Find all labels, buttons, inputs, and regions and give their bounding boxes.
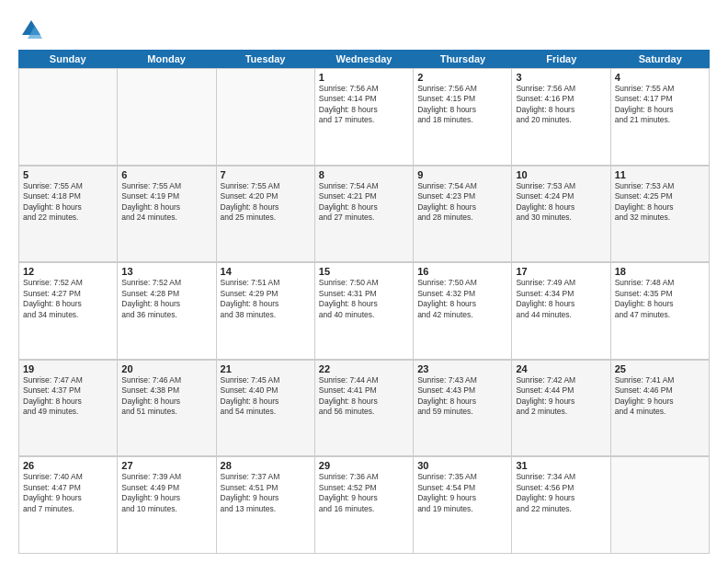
calendar-day-29: 29Sunrise: 7:36 AM Sunset: 4:52 PM Dayli…	[315, 457, 414, 554]
calendar-day-6: 6Sunrise: 7:55 AM Sunset: 4:19 PM Daylig…	[118, 167, 216, 263]
weekday-header-sunday: Sunday	[18, 50, 117, 68]
page: SundayMondayTuesdayWednesdayThursdayFrid…	[0, 0, 728, 563]
calendar-day-30: 30Sunrise: 7:35 AM Sunset: 4:54 PM Dayli…	[414, 457, 512, 554]
calendar-day-3: 3Sunrise: 7:56 AM Sunset: 4:16 PM Daylig…	[512, 69, 610, 166]
calendar-week-3: 12Sunrise: 7:52 AM Sunset: 4:27 PM Dayli…	[18, 262, 710, 360]
calendar-day-16: 16Sunrise: 7:50 AM Sunset: 4:32 PM Dayli…	[414, 263, 512, 360]
calendar-day-23: 23Sunrise: 7:43 AM Sunset: 4:43 PM Dayli…	[414, 361, 512, 457]
day-number: 31	[516, 460, 606, 471]
day-info: Sunrise: 7:34 AM Sunset: 4:56 PM Dayligh…	[516, 472, 606, 514]
day-info: Sunrise: 7:52 AM Sunset: 4:27 PM Dayligh…	[23, 278, 113, 320]
day-info: Sunrise: 7:36 AM Sunset: 4:52 PM Dayligh…	[319, 472, 409, 514]
day-info: Sunrise: 7:39 AM Sunset: 4:49 PM Dayligh…	[121, 472, 211, 514]
day-number: 4	[615, 72, 705, 83]
day-info: Sunrise: 7:51 AM Sunset: 4:29 PM Dayligh…	[221, 278, 311, 320]
calendar-day-15: 15Sunrise: 7:50 AM Sunset: 4:31 PM Dayli…	[315, 263, 414, 360]
calendar-day-19: 19Sunrise: 7:47 AM Sunset: 4:37 PM Dayli…	[19, 361, 118, 457]
day-info: Sunrise: 7:54 AM Sunset: 4:21 PM Dayligh…	[319, 181, 409, 224]
day-info: Sunrise: 7:53 AM Sunset: 4:25 PM Dayligh…	[615, 181, 705, 224]
day-info: Sunrise: 7:47 AM Sunset: 4:37 PM Dayligh…	[23, 375, 113, 418]
day-number: 14	[221, 266, 311, 277]
calendar-day-14: 14Sunrise: 7:51 AM Sunset: 4:29 PM Dayli…	[217, 263, 315, 360]
day-number: 24	[516, 363, 606, 374]
day-number: 26	[23, 460, 113, 471]
calendar-day-27: 27Sunrise: 7:39 AM Sunset: 4:49 PM Dayli…	[118, 457, 216, 554]
calendar-day-2: 2Sunrise: 7:56 AM Sunset: 4:15 PM Daylig…	[414, 69, 512, 166]
day-number: 19	[23, 363, 113, 374]
calendar-day-13: 13Sunrise: 7:52 AM Sunset: 4:28 PM Dayli…	[118, 263, 216, 360]
calendar-header: SundayMondayTuesdayWednesdayThursdayFrid…	[18, 50, 710, 68]
calendar-day-7: 7Sunrise: 7:55 AM Sunset: 4:20 PM Daylig…	[217, 167, 315, 263]
calendar-empty-cell	[611, 457, 710, 554]
day-number: 27	[121, 460, 211, 471]
day-info: Sunrise: 7:41 AM Sunset: 4:46 PM Dayligh…	[615, 375, 705, 418]
calendar-day-18: 18Sunrise: 7:48 AM Sunset: 4:35 PM Dayli…	[611, 263, 710, 360]
day-number: 11	[615, 169, 705, 180]
day-number: 22	[319, 363, 409, 374]
calendar-week-2: 5Sunrise: 7:55 AM Sunset: 4:18 PM Daylig…	[18, 166, 710, 263]
day-number: 8	[319, 169, 409, 180]
calendar-day-11: 11Sunrise: 7:53 AM Sunset: 4:25 PM Dayli…	[611, 167, 710, 263]
day-info: Sunrise: 7:37 AM Sunset: 4:51 PM Dayligh…	[221, 472, 311, 514]
day-info: Sunrise: 7:43 AM Sunset: 4:43 PM Dayligh…	[417, 375, 507, 418]
day-number: 18	[615, 266, 705, 277]
day-info: Sunrise: 7:50 AM Sunset: 4:32 PM Dayligh…	[417, 278, 507, 320]
day-info: Sunrise: 7:50 AM Sunset: 4:31 PM Dayligh…	[319, 278, 409, 320]
day-info: Sunrise: 7:55 AM Sunset: 4:18 PM Dayligh…	[23, 181, 113, 224]
day-number: 9	[417, 169, 507, 180]
day-info: Sunrise: 7:45 AM Sunset: 4:40 PM Dayligh…	[221, 375, 311, 418]
calendar-empty-cell	[217, 69, 315, 166]
day-number: 5	[23, 169, 113, 180]
calendar-day-20: 20Sunrise: 7:46 AM Sunset: 4:38 PM Dayli…	[118, 361, 216, 457]
calendar-body: 1Sunrise: 7:56 AM Sunset: 4:14 PM Daylig…	[18, 68, 710, 554]
calendar-empty-cell	[118, 69, 216, 166]
day-info: Sunrise: 7:55 AM Sunset: 4:19 PM Dayligh…	[121, 181, 211, 224]
day-number: 20	[121, 363, 211, 374]
day-number: 17	[516, 266, 606, 277]
day-info: Sunrise: 7:44 AM Sunset: 4:41 PM Dayligh…	[319, 375, 409, 418]
day-number: 25	[615, 363, 705, 374]
day-info: Sunrise: 7:54 AM Sunset: 4:23 PM Dayligh…	[417, 181, 507, 224]
calendar-day-31: 31Sunrise: 7:34 AM Sunset: 4:56 PM Dayli…	[512, 457, 610, 554]
day-info: Sunrise: 7:48 AM Sunset: 4:35 PM Dayligh…	[615, 278, 705, 320]
calendar-day-25: 25Sunrise: 7:41 AM Sunset: 4:46 PM Dayli…	[611, 361, 710, 457]
day-info: Sunrise: 7:56 AM Sunset: 4:16 PM Dayligh…	[516, 84, 606, 126]
weekday-header-friday: Friday	[512, 50, 610, 68]
day-info: Sunrise: 7:56 AM Sunset: 4:15 PM Dayligh…	[417, 84, 507, 126]
calendar-day-26: 26Sunrise: 7:40 AM Sunset: 4:47 PM Dayli…	[19, 457, 118, 554]
calendar: SundayMondayTuesdayWednesdayThursdayFrid…	[18, 50, 710, 554]
logo-icon	[18, 17, 44, 42]
calendar-week-5: 26Sunrise: 7:40 AM Sunset: 4:47 PM Dayli…	[18, 456, 710, 554]
day-number: 21	[221, 363, 311, 374]
day-info: Sunrise: 7:40 AM Sunset: 4:47 PM Dayligh…	[23, 472, 113, 514]
calendar-day-5: 5Sunrise: 7:55 AM Sunset: 4:18 PM Daylig…	[19, 167, 118, 263]
day-number: 29	[319, 460, 409, 471]
day-info: Sunrise: 7:49 AM Sunset: 4:34 PM Dayligh…	[516, 278, 606, 320]
day-number: 1	[319, 72, 409, 83]
day-number: 2	[417, 72, 507, 83]
day-info: Sunrise: 7:56 AM Sunset: 4:14 PM Dayligh…	[319, 84, 409, 126]
header	[18, 17, 710, 42]
day-number: 6	[121, 169, 211, 180]
day-number: 10	[516, 169, 606, 180]
calendar-day-8: 8Sunrise: 7:54 AM Sunset: 4:21 PM Daylig…	[315, 167, 414, 263]
day-number: 16	[417, 266, 507, 277]
calendar-day-9: 9Sunrise: 7:54 AM Sunset: 4:23 PM Daylig…	[414, 167, 512, 263]
weekday-header-saturday: Saturday	[611, 50, 710, 68]
calendar-day-21: 21Sunrise: 7:45 AM Sunset: 4:40 PM Dayli…	[217, 361, 315, 457]
day-info: Sunrise: 7:42 AM Sunset: 4:44 PM Dayligh…	[516, 375, 606, 418]
calendar-day-17: 17Sunrise: 7:49 AM Sunset: 4:34 PM Dayli…	[512, 263, 610, 360]
calendar-week-1: 1Sunrise: 7:56 AM Sunset: 4:14 PM Daylig…	[18, 68, 710, 166]
day-number: 30	[417, 460, 507, 471]
day-info: Sunrise: 7:53 AM Sunset: 4:24 PM Dayligh…	[516, 181, 606, 224]
day-info: Sunrise: 7:46 AM Sunset: 4:38 PM Dayligh…	[121, 375, 211, 418]
day-number: 13	[121, 266, 211, 277]
day-info: Sunrise: 7:55 AM Sunset: 4:20 PM Dayligh…	[221, 181, 311, 224]
calendar-day-12: 12Sunrise: 7:52 AM Sunset: 4:27 PM Dayli…	[19, 263, 118, 360]
calendar-week-4: 19Sunrise: 7:47 AM Sunset: 4:37 PM Dayli…	[18, 360, 710, 457]
day-number: 12	[23, 266, 113, 277]
calendar-empty-cell	[19, 69, 118, 166]
day-number: 15	[319, 266, 409, 277]
day-info: Sunrise: 7:52 AM Sunset: 4:28 PM Dayligh…	[121, 278, 211, 320]
day-number: 7	[221, 169, 311, 180]
